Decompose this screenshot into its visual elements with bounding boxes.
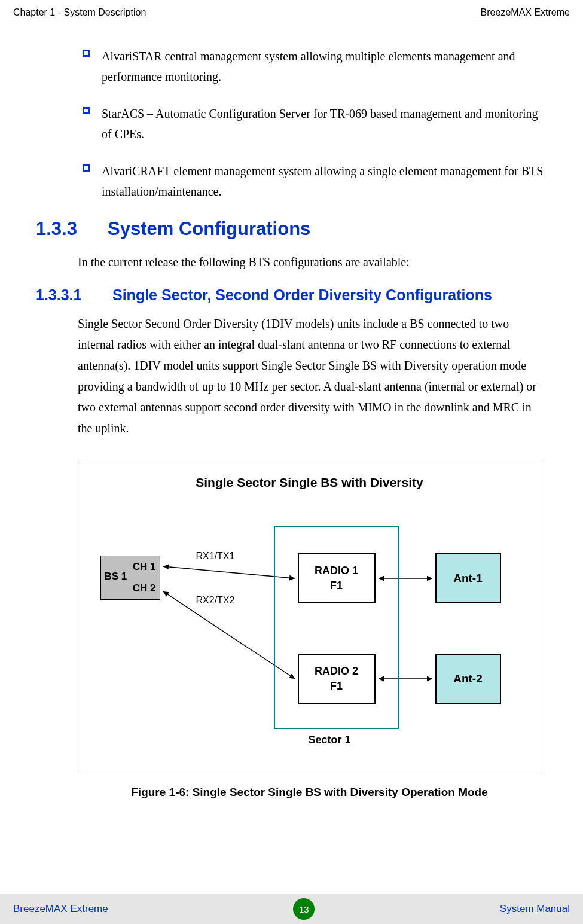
section-heading: 1.3.3System Configurations bbox=[36, 218, 547, 240]
footer-left: BreezeMAX Extreme bbox=[13, 903, 108, 915]
page-header: Chapter 1 - System Description BreezeMAX… bbox=[0, 0, 583, 22]
page-number: 13 bbox=[299, 904, 309, 914]
subsection-body: Single Sector Second Order Diversity (1D… bbox=[78, 313, 547, 439]
rx1-label: RX1/TX1 bbox=[196, 551, 235, 562]
bullet-text: AlvariSTAR central management system all… bbox=[102, 46, 547, 87]
square-bullet-icon bbox=[83, 50, 90, 57]
page-number-badge: 13 bbox=[293, 898, 315, 920]
bullet-text: StarACS – Automatic Configuration Server… bbox=[102, 103, 547, 144]
radio1-line2: F1 bbox=[299, 578, 374, 593]
section-intro: In the current release the following BTS… bbox=[78, 252, 547, 272]
sector-label: Sector 1 bbox=[309, 734, 351, 746]
square-bullet-icon bbox=[83, 164, 90, 172]
ant2-label: Ant-2 bbox=[453, 672, 483, 685]
square-bullet-icon bbox=[83, 107, 90, 114]
radio1-box: RADIO 1 F1 bbox=[298, 553, 376, 603]
ch2-label: CH 2 bbox=[133, 583, 156, 594]
radio2-line1: RADIO 2 bbox=[299, 664, 374, 679]
subsection-title: Single Sector, Second Order Diversity Co… bbox=[112, 286, 492, 303]
bs-box: BS 1 CH 1 CH 2 bbox=[100, 556, 160, 600]
bs-label: BS 1 bbox=[105, 571, 127, 583]
figure-caption: Figure 1-6: Single Sector Single BS with… bbox=[78, 786, 541, 799]
ant1-box: Ant-1 bbox=[435, 553, 501, 603]
bullet-item: AlvariCRAFT element management system al… bbox=[36, 161, 547, 202]
radio1-line1: RADIO 1 bbox=[299, 563, 374, 578]
subsection-heading: 1.3.3.1Single Sector, Second Order Diver… bbox=[36, 286, 547, 304]
page-content: AlvariSTAR central management system all… bbox=[0, 46, 583, 799]
bullet-item: StarACS – Automatic Configuration Server… bbox=[36, 103, 547, 144]
figure-container: Single Sector Single BS with Diversity bbox=[78, 463, 541, 771]
bullet-item: AlvariSTAR central management system all… bbox=[36, 46, 547, 87]
subsection-number: 1.3.3.1 bbox=[36, 286, 112, 304]
ch1-label: CH 1 bbox=[133, 561, 156, 573]
ant1-label: Ant-1 bbox=[453, 572, 483, 585]
radio2-box: RADIO 2 F1 bbox=[298, 654, 376, 704]
header-right: BreezeMAX Extreme bbox=[481, 7, 570, 18]
section-title: System Configurations bbox=[108, 218, 310, 239]
header-left: Chapter 1 - System Description bbox=[13, 7, 146, 18]
page-footer: BreezeMAX Extreme 13 System Manual bbox=[0, 894, 583, 924]
diagram: BS 1 CH 1 CH 2 RADIO 1 F1 RADIO 2 F1 Ant… bbox=[100, 508, 519, 759]
radio2-line2: F1 bbox=[299, 679, 374, 694]
rx2-label: RX2/TX2 bbox=[196, 595, 235, 606]
bullet-text: AlvariCRAFT element management system al… bbox=[102, 161, 547, 202]
ant2-box: Ant-2 bbox=[435, 654, 501, 704]
footer-right: System Manual bbox=[500, 903, 570, 915]
figure-title: Single Sector Single BS with Diversity bbox=[90, 475, 529, 490]
section-number: 1.3.3 bbox=[36, 218, 108, 240]
